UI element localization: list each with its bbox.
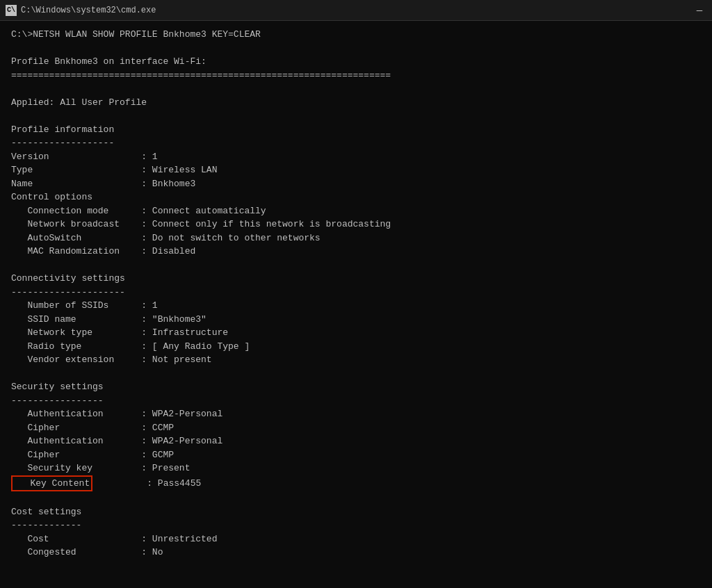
key-content-highlight: Key Content — [11, 475, 92, 492]
title-bar: C\ C:\Windows\system32\cmd.exe — — [0, 0, 712, 21]
type-line: Type : Wireless LAN — [11, 163, 701, 177]
num-ssids-line: Number of SSIDs : 1 — [11, 299, 701, 313]
prompt-line: C:\>NETSH WLAN SHOW PROFILE Bnkhome3 KEY… — [11, 28, 701, 42]
key-content-line: Key Content : Pass4455 — [11, 475, 701, 492]
auto-switch-line: AutoSwitch : Do not switch to other netw… — [11, 231, 701, 245]
terminal-window: C:\>NETSH WLAN SHOW PROFILE Bnkhome3 KEY… — [0, 21, 712, 588]
blank6 — [11, 491, 701, 505]
section-profile: Profile information — [11, 123, 701, 137]
key-content-value: : Pass4455 — [92, 478, 201, 489]
dash-security: ----------------- — [11, 394, 701, 408]
section-security: Security settings — [11, 380, 701, 394]
section-connectivity: Connectivity settings — [11, 272, 701, 286]
cipher1-line: Cipher : CCMP — [11, 421, 701, 435]
cmd-icon: C\ — [6, 5, 17, 16]
blank4 — [11, 259, 701, 272]
blank2 — [11, 82, 701, 96]
auth1-line: Authentication : WPA2-Personal — [11, 407, 701, 421]
congested-line: Congested : No — [11, 546, 701, 560]
dash-cost: ------------- — [11, 518, 701, 532]
cost-line: Cost : Unrestricted — [11, 532, 701, 546]
profile-header: Profile Bnkhome3 on interface Wi-Fi: — [11, 55, 701, 69]
separator: ========================================… — [11, 69, 701, 83]
title-bar-title: C:\Windows\system32\cmd.exe — [21, 6, 156, 15]
ssid-name-line: SSID name : "Bnkhome3" — [11, 313, 701, 327]
security-key-line: Security key : Present — [11, 462, 701, 475]
title-bar-left: C\ C:\Windows\system32\cmd.exe — [6, 5, 156, 16]
cipher2-line: Cipher : GCMP — [11, 448, 701, 462]
network-broadcast-line: Network broadcast : Connect only if this… — [11, 218, 701, 231]
applied-line: Applied: All User Profile — [11, 96, 701, 110]
section-cost: Cost settings — [11, 505, 701, 519]
blank3 — [11, 109, 701, 123]
vendor-extension-line: Vendor extension : Not present — [11, 353, 701, 367]
network-type-line: Network type : Infrastructure — [11, 326, 701, 340]
auth2-line: Authentication : WPA2-Personal — [11, 434, 701, 448]
radio-type-line: Radio type : [ Any Radio Type ] — [11, 340, 701, 354]
blank1 — [11, 42, 701, 56]
dash-profile: ------------------- — [11, 136, 701, 150]
dash-connectivity: --------------------- — [11, 286, 701, 300]
minimize-button[interactable]: — — [693, 5, 706, 16]
blank5 — [11, 367, 701, 381]
title-bar-controls[interactable]: — — [693, 5, 706, 16]
version-line: Version : 1 — [11, 150, 701, 164]
name-line: Name : Bnkhome3 — [11, 177, 701, 191]
connection-mode-line: Connection mode : Connect automatically — [11, 204, 701, 218]
mac-randomization-line: MAC Randomization : Disabled — [11, 245, 701, 259]
control-options-line: Control options — [11, 190, 701, 204]
